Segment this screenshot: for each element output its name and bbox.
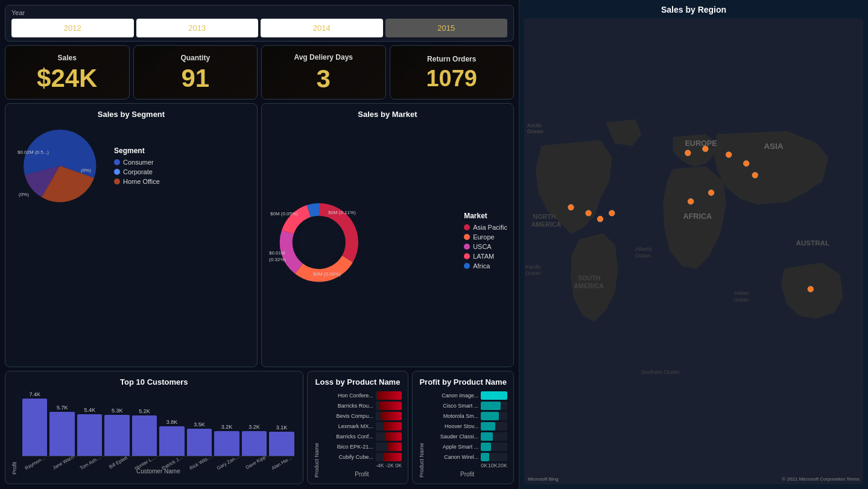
map-copyright: © 2021 Microsoft Corporation Terms (782, 476, 860, 482)
bar-rect-6 (187, 429, 212, 456)
kpi-sales-value: $24K (37, 66, 97, 91)
bar-rect-9 (269, 432, 294, 456)
bar-label-5: 3.8K (166, 419, 178, 425)
bar-rect-5 (159, 426, 184, 456)
profit-y-label: Product Name (419, 391, 425, 478)
africa-dot (464, 263, 470, 269)
svg-point-29 (597, 216, 603, 222)
consumer-dot (114, 159, 120, 165)
profit-bar-2: Motorola Sm... (427, 412, 507, 420)
profit-bar-4: Sauder Classi... (427, 432, 507, 441)
svg-point-36 (688, 198, 694, 204)
usca-label: USCA (473, 243, 492, 250)
kpi-quantity-label: Quantity (180, 54, 210, 62)
corporate-label: Corporate (123, 168, 153, 175)
europe-dot (464, 234, 470, 240)
segment-content: $0.02M (0.5...) (0%) (0%) Segment Consum… (11, 124, 251, 210)
loss-label-5: Ibico EPK-21... (322, 444, 373, 450)
map-container: Arctic Ocean NORTH AMERICA Pacific Ocean… (524, 18, 863, 484)
loss-track-5 (376, 443, 402, 451)
profit-bar-1: Cisco Smart ... (427, 402, 507, 410)
kpi-delivery: Avg Deliery Days 3 (261, 45, 386, 99)
profit-fill-2 (481, 412, 499, 420)
kpi-row: Sales $24K Quantity 91 Avg Deliery Days … (5, 45, 514, 99)
svg-text:EUROPE: EUROPE (685, 139, 717, 148)
segment-legend: Segment Consumer Corporate Home Office (114, 147, 160, 188)
consumer-label: Consumer (123, 159, 154, 166)
left-panel: Year 2012 2013 2014 2015 Sales $24K Quan… (0, 0, 519, 489)
profit-track-2 (481, 412, 507, 420)
svg-text:$0.01M: $0.01M (269, 250, 285, 256)
loss-label-1: Barricks Rou... (322, 403, 373, 409)
profit-fill-4 (481, 432, 493, 441)
svg-text:Indian: Indian (735, 290, 749, 296)
customers-y-label: Profit (11, 391, 17, 475)
world-map-svg: Arctic Ocean NORTH AMERICA Pacific Ocean… (524, 18, 863, 484)
profit-label-2: Motorola Sm... (427, 413, 478, 419)
profit-track-4 (481, 432, 507, 441)
svg-text:$0M (0.11%): $0M (0.11%) (328, 210, 356, 215)
svg-text:Southern Ocean: Southern Ocean (641, 369, 680, 375)
svg-point-38 (808, 286, 814, 292)
segment-legend-title: Segment (114, 147, 160, 155)
loss-fill-4 (385, 432, 402, 441)
market-chart: Sales by Market (261, 103, 514, 367)
profit-fill-1 (481, 402, 501, 410)
kpi-returns-label: Return Orders (427, 55, 476, 63)
profit-track-0: 4K (481, 391, 507, 400)
loss-tick-2: 0K (395, 462, 402, 468)
svg-point-30 (609, 210, 615, 216)
market-asia: Asia Pacific (464, 224, 507, 231)
loss-label-0: Hon Confere... (322, 393, 373, 399)
loss-bar-5: Ibico EPK-21... (322, 443, 402, 451)
profit-tick-1: 10K (488, 462, 498, 468)
svg-point-32 (703, 146, 709, 152)
profit-track-3 (481, 422, 507, 431)
loss-fill-0 (377, 391, 402, 400)
legend-homeoffice: Home Office (114, 178, 160, 185)
loss-track-2 (376, 412, 402, 420)
year-2014[interactable]: 2014 (261, 19, 383, 37)
loss-bar-6: Cubify Cube... (322, 453, 402, 461)
bar-rect-3 (104, 415, 129, 456)
loss-label-6: Cubify Cube... (322, 454, 373, 460)
dashboard: Year 2012 2013 2014 2015 Sales $24K Quan… (0, 0, 868, 489)
svg-text:(0%): (0%) (19, 192, 29, 197)
svg-point-35 (752, 172, 758, 178)
bar-rect-4 (132, 415, 157, 456)
profit-bar-3: Hoover Stov... (427, 422, 507, 431)
profit-track-1 (481, 402, 507, 410)
year-filter: Year 2012 2013 2014 2015 (5, 5, 514, 42)
loss-bar-0: Hon Confere... (322, 391, 402, 400)
svg-text:AFRICA: AFRICA (683, 212, 712, 221)
loss-chart: Loss by Product Name Product Name Hon Co… (307, 371, 409, 484)
loss-track-4 (376, 432, 402, 441)
homeoffice-label: Home Office (123, 178, 160, 185)
year-2013[interactable]: 2013 (136, 19, 259, 37)
svg-point-37 (708, 190, 714, 196)
segment-pie: $0.02M (0.5...) (0%) (0%) (11, 124, 108, 210)
profit-chart: Profit by Product Name Product Name Cano… (412, 371, 514, 484)
year-2012[interactable]: 2012 (11, 19, 134, 37)
usca-dot (464, 244, 470, 250)
loss-bar-1: Barricks Rou... (322, 402, 402, 410)
kpi-quantity-value: 91 (181, 66, 209, 91)
loss-label-3: Lexmark MX... (322, 423, 373, 429)
loss-track-1 (376, 402, 402, 410)
bar-group-9: 3.1K (269, 424, 294, 456)
year-2015[interactable]: 2015 (385, 19, 508, 37)
customers-x-labels: Raymond ...Jane WacoTom Ashbr...Bill Epl… (20, 459, 297, 465)
right-panel: Sales by Region Arc (519, 0, 868, 489)
kpi-delivery-value: 3 (317, 66, 331, 92)
market-latam: LATAM (464, 253, 507, 260)
profit-fill-0 (481, 391, 507, 400)
latam-label: LATAM (473, 253, 494, 260)
svg-text:AMERICA: AMERICA (531, 221, 562, 228)
profit-tick-0: 0K (481, 462, 487, 468)
charts-row: Sales by Segment (5, 103, 514, 367)
asia-dot (464, 224, 470, 230)
bar-group-4: 5.2K (132, 408, 157, 456)
loss-track-6 (376, 453, 402, 461)
svg-point-28 (586, 210, 592, 216)
svg-text:Atlantic: Atlantic (635, 247, 653, 253)
